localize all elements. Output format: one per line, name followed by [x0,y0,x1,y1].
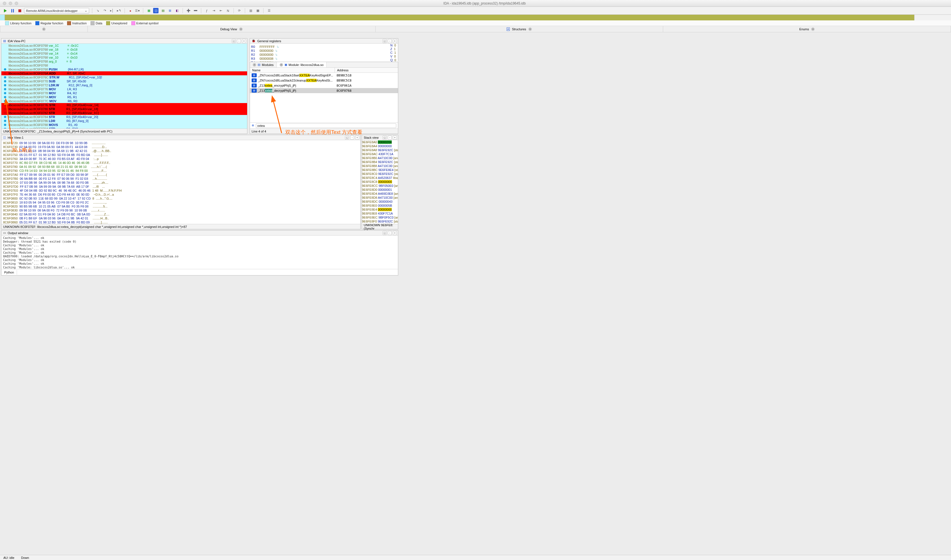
register-row[interactable]: R100000000 ↳ [251,49,397,53]
stack-line[interactable]: 9E6FE8D8 A4710C00 [anon:l [362,195,398,200]
minimize-icon[interactable]: ◦ [388,231,392,235]
debugger-select[interactable]: Remote ARMLinux/Android debugger ⌄ [24,8,89,14]
hex-line[interactable]: 8C6F0840 02 9A 00 F0 D1 F9 0A 90 14 DB F… [3,212,359,216]
close-icon[interactable]: × [253,63,256,66]
module-row[interactable]: D_Z13xxtea_encryptPhjS_jPj8C6F061A [250,83,398,88]
window-layout-1-icon[interactable]: ▥ [248,8,253,13]
breakpoints-list-icon[interactable]: ☰● [135,8,140,13]
stack-line[interactable]: 9E6FE8C8 00000000 [362,180,398,184]
hex-line[interactable]: 8C6F0790 CD F8 14 E0 04 94 03 95 02 96 0… [3,169,359,173]
asm-line[interactable]: libcocos2d1ua.so:8C6F0772 LDR.W R12, [R7… [2,83,247,87]
asm-line[interactable]: libcocos2d1ua.so:8C6F0768 var_10 = -0x10 [2,55,247,60]
stop-icon[interactable] [17,8,22,13]
hex-line[interactable]: 8C6F0740 09 F1 40 E8 0B 98 04 99 0A 68 1… [3,149,359,153]
asm-line[interactable]: libcocos2d1ua.so:8C6F0768 PUSH {R4-R7,LR… [2,68,247,71]
module-row[interactable]: D_Z13xxtea_decryptPhjS_jPj8C6F0768 [250,88,398,93]
register-row[interactable]: R0FFFFFFFF ↳ [251,45,397,49]
restore-icon[interactable]: ◱ [345,135,349,140]
asm-line[interactable]: libcocos2d1ua.so:8C6F0780 STR R1, [SP,#0… [2,107,247,111]
asm-line[interactable]: libcocos2d1ua.so:8C6F077C MOV R6, R0 [2,99,247,103]
hex-line[interactable]: 8C6F0830 09 98 10 99 08 9A 00 F0 72 F9 0… [3,208,359,212]
python-prompt-button[interactable]: Python [2,270,17,275]
stack-list[interactable]: 9E6FE8A0 00000204 9E6FE8A4 00000000 9E6F… [362,140,398,224]
stack-line[interactable]: 9E6FE8E4 00000000 [362,208,398,211]
asm-line[interactable]: libcocos2d1ua.so:8C6F0768 [2,63,247,68]
minimize-icon[interactable]: ◦ [388,39,392,43]
asm-line[interactable]: libcocos2d1ua.so:8C6F077E STR R0, [SP,#0… [2,103,247,107]
db-view-icon[interactable]: ▤ [160,8,166,13]
stack-line[interactable]: 9E6FE8A8 9E6FE92C [stack: [362,148,398,152]
hex-line[interactable]: 8C6F07F0 7E 44 36 68 D6 F8 00 80 CD F8 4… [3,192,359,197]
asm-line[interactable]: libcocos2d1ua.so:8C6F0782 STR R2, [SP,#0… [2,111,247,115]
asm-line[interactable]: libcocos2d1ua.so:8C6F0770 SUB SP, SP, #0… [2,79,247,83]
names-icon[interactable]: N [225,8,231,13]
restore-icon[interactable]: ◱ [383,39,386,43]
asm-line[interactable]: libcocos2d1ua.so:8C6F076C STR.W R11, [SP… [2,75,247,79]
asm-line[interactable]: libcocos2d1ua.so:8C6F0768 var_18 = -0x18 [2,48,247,52]
stack-line[interactable]: 9E6FE8BC 9E6FE8E4 [stack: [362,168,398,172]
run-to-cursor-icon[interactable]: ▸│ [109,8,115,13]
close-icon[interactable]: × [242,39,246,43]
hex-line[interactable]: 8C6F07D0 FF E7 0B 98 0A 99 09 9A 08 9B 7… [3,185,359,189]
close-icon[interactable]: × [811,28,814,31]
hex-line[interactable]: 8C6F0770 8C B0 D7 F8 08 C0 9E 46 14 46 0… [3,161,359,165]
close-icon[interactable]: × [42,28,46,31]
search-input[interactable] [256,123,396,128]
zoom-window-icon[interactable] [15,2,18,5]
function-window-icon[interactable]: ƒ [204,8,209,13]
step-over-icon[interactable]: ↷ [102,8,108,13]
module-row[interactable]: D_ZN7cocos2d8LuaStack18setXXTEAKeyAndSig… [250,73,398,78]
modules-list[interactable]: D_ZN7cocos2d8LuaStack18setXXTEAKeyAndSig… [250,73,398,93]
remove-watch-icon[interactable]: ➖ [193,8,198,13]
asm-line[interactable]: libcocos2d1ua.so:8C6F0784 STR R3, [SP,#0… [2,115,247,119]
imports-icon[interactable]: ⇥ [211,8,217,13]
stack-trace-icon[interactable]: ☰ [266,8,272,13]
stack-line[interactable]: 9E6FE8A0 00000204 [362,140,398,144]
restore-icon[interactable]: ◱ [232,39,236,43]
asm-line[interactable]: libcocos2d1ua.so:8C6F0786 LDR R0, [R7,#a… [2,119,247,123]
asm-line[interactable]: libcocos2d1ua.so:8C6F077A MOV R5, R1 [2,95,247,99]
refresh-icon[interactable]: ⟳ [237,8,242,13]
hex-line[interactable]: 8C6F0810 18 E0 05 94 04 95 03 96 CD F8 0… [3,200,359,205]
minimize-icon[interactable]: ◦ [237,39,241,43]
hex-view-icon[interactable]: ▦ [146,8,151,13]
structures-icon[interactable]: ◫ [153,8,158,13]
minimize-icon[interactable]: ◦ [350,135,354,140]
module-row[interactable]: D_ZN7cocos2d8LuaStack22cleanupXXTEAKeyAn… [250,78,398,83]
stack-line[interactable]: 9E6FE8AC 430F7C1A [362,152,398,156]
asm-line[interactable]: libcocos2d1ua.so:8C6F0768 var_14 = -0x14 [2,52,247,55]
hex-dump[interactable]: 8C6F0720 09 98 10 99 08 9A 00 F0 D0 F9 0… [2,140,360,224]
stack-line[interactable]: 9E6FE8DC 00000043 [362,200,398,203]
tab-modules[interactable]: ×▤Modules [250,62,277,68]
close-icon[interactable]: × [239,28,243,31]
hex-line[interactable]: 8C6F0780 0A 91 09 92 08 93 B8 68 00 21 0… [3,165,359,169]
hex-line[interactable]: 8C6F0720 09 98 10 99 08 9A 00 F0 D0 F9 0… [3,141,359,145]
col-name[interactable]: Name [250,68,335,72]
pause-icon[interactable] [10,8,15,13]
asm-line[interactable]: libcocos2d1ua.so:8C6F0776 MOV LR, R3 [2,87,247,91]
exports-icon[interactable]: ⇤ [218,8,223,13]
stack-line[interactable]: 9E6FE8B4 9E6FE92C [stack: [362,160,398,164]
stack-line[interactable]: 9E6FE8C4 A4520637 libart. [362,176,398,180]
hex-line[interactable]: 8C6F0730 02 9A 00 F0 19 F9 0A 90 0A 98 0… [3,145,359,149]
stack-line[interactable]: 9E6FE8F0 9E6FE92C [stack: [362,219,398,223]
stack-line[interactable]: 9E6FE8D4 A469D3E8 [anon:l [362,192,398,195]
stack-line[interactable]: 9E6FE8EC 9BF0F5C0 [anon:l [362,215,398,219]
command-input[interactable] [17,270,398,275]
disassembly-listing[interactable]: libcocos2d1ua.so:8C6F0768 var_1C = -0x1C… [2,44,247,129]
col-address[interactable]: Address [335,68,398,72]
hex-line[interactable]: 8C6F07B0 06 9A BB 68 00 F0 12 F8 07 90 0… [3,177,359,181]
close-icon[interactable]: × [355,135,359,140]
asm-line[interactable]: libcocos2d1ua.so:8C6F076A ADD R7, SP, #0… [2,71,247,75]
window-layout-2-icon[interactable]: ▦ [255,8,260,13]
step-into-icon[interactable]: ↘ [95,8,100,13]
hex-line[interactable]: 8C6F07A0 FF E7 09 98 00 28 01 90 FF E7 0… [3,173,359,177]
stack-line[interactable]: 9E6FE8D0 00000001 [362,188,398,192]
hex-line[interactable]: 8C6F0850 0B F1 B8 EF 0A 98 03 96 0A 48 1… [3,216,359,220]
stack-line[interactable]: 9E6FE8B0 A4710C00 [anon:l [362,156,398,160]
tab-module-detail[interactable]: ×▣Module: libcocos2dlua.so [277,62,327,68]
navigation-band[interactable] [0,15,951,20]
asm-line[interactable]: libcocos2d1ua.so:8C6F0788 MOVS R1, #0 [2,123,247,127]
hex-line[interactable]: 8C6F0820 90 B5 9B 6B 10 21 05 AB 07 9A B… [3,205,359,208]
run-icon[interactable] [3,8,8,13]
